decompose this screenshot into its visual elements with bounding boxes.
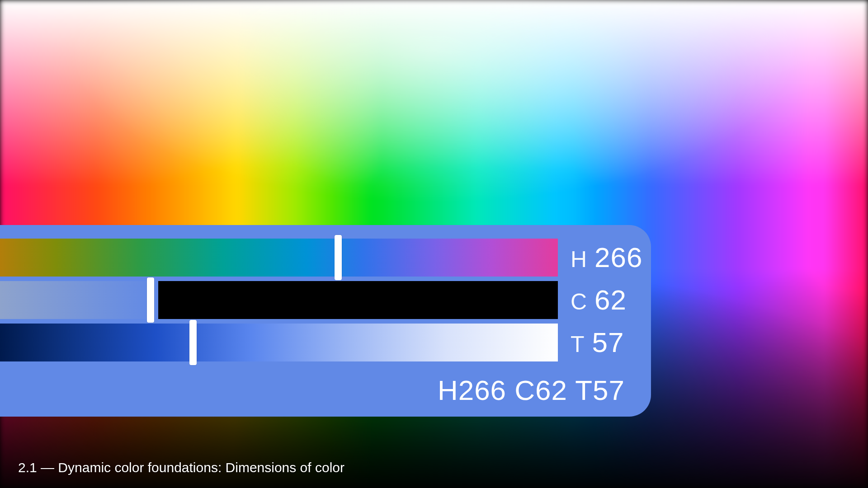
chroma-readout: C 62 [571, 286, 656, 314]
tone-track [0, 324, 558, 361]
chroma-thumb[interactable] [147, 277, 154, 323]
chroma-row: C 62 [0, 281, 627, 319]
hue-label: H [571, 248, 587, 271]
tone-slider[interactable] [0, 324, 558, 361]
hue-thumb[interactable] [335, 235, 342, 280]
hue-readout: H 266 [571, 244, 656, 272]
hue-value: 266 [594, 244, 642, 272]
hct-summary: H266 C62 T57 [0, 374, 627, 406]
hue-track [0, 239, 558, 277]
hct-sliders: H 266 C 62 T 57 [0, 239, 627, 361]
tone-value: 57 [592, 328, 624, 357]
tone-thumb[interactable] [189, 320, 197, 365]
chroma-value: 62 [594, 286, 627, 314]
hue-row: H 266 [0, 239, 627, 277]
tone-row: T 57 [0, 324, 627, 361]
chroma-label: C [571, 291, 587, 313]
hue-slider[interactable] [0, 239, 558, 277]
slide-caption: 2.1 — Dynamic color foundations: Dimensi… [18, 460, 344, 475]
hct-picker-panel: H 266 C 62 T 57 [0, 225, 651, 417]
chroma-clamp [158, 281, 558, 319]
chroma-slider[interactable] [0, 281, 558, 319]
tone-readout: T 57 [571, 328, 656, 357]
tone-label: T [571, 333, 585, 356]
